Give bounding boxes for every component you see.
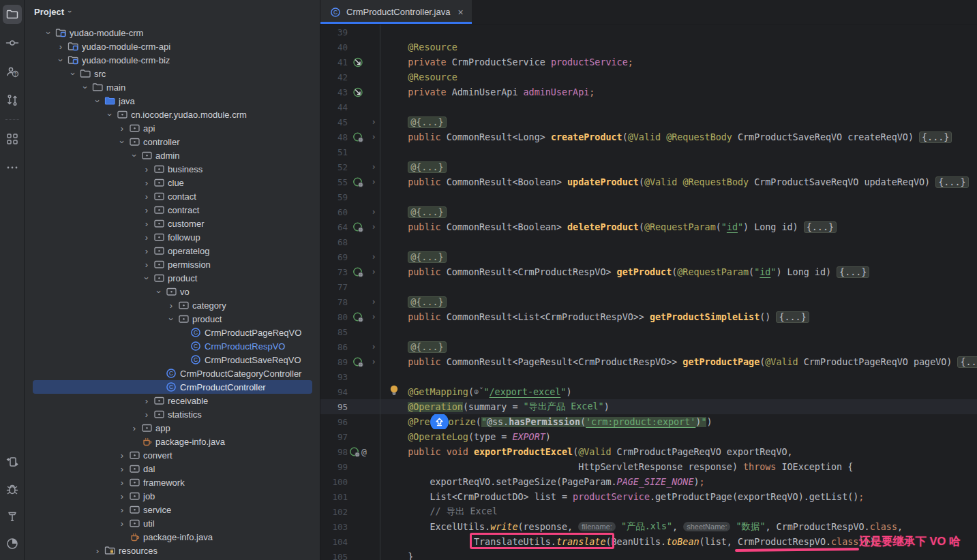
gutter[interactable]: 42 xyxy=(320,69,380,84)
tab-crmproductcontroller[interactable]: C CrmProductController.java × xyxy=(320,0,472,24)
tree-item-operatelog[interactable]: ›operatelog xyxy=(25,244,320,258)
gutter[interactable]: 89› xyxy=(320,354,380,369)
project-icon[interactable] xyxy=(3,5,22,24)
code-line-77[interactable]: 77 xyxy=(320,279,977,294)
fold-arrow-icon[interactable]: › xyxy=(368,312,379,322)
tree-item-framework[interactable]: ›framework xyxy=(25,476,320,489)
chevron-collapsed-icon[interactable]: › xyxy=(140,164,153,174)
fold-arrow-icon[interactable]: › xyxy=(368,117,379,127)
code-line-105[interactable]: 105 } xyxy=(320,549,977,560)
code-line-68[interactable]: 68 xyxy=(320,234,977,249)
code-line-99[interactable]: 99 HttpServletResponse response) throws … xyxy=(320,459,977,474)
chevron-collapsed-icon[interactable]: › xyxy=(140,260,153,270)
fold-arrow-icon[interactable]: › xyxy=(368,252,379,262)
fold-arrow-icon[interactable]: › xyxy=(368,162,379,172)
code-line-100[interactable]: 100 exportReqVO.setPageSize(PageParam.PA… xyxy=(320,474,977,489)
tree-item-service[interactable]: ›service xyxy=(25,503,320,516)
gutter[interactable]: 69› xyxy=(320,249,380,264)
tree-item-crmproductcontroller[interactable]: CCrmProductController xyxy=(25,380,320,394)
code-line-102[interactable]: 102 // 导出 Excel xyxy=(320,504,977,519)
chevron-collapsed-icon[interactable]: › xyxy=(140,409,153,420)
gutter[interactable]: 95 xyxy=(320,399,380,414)
services-icon[interactable] xyxy=(3,452,22,471)
gutter[interactable]: 41 xyxy=(320,55,380,69)
fold-arrow-icon[interactable]: › xyxy=(368,267,379,277)
chevron-collapsed-icon[interactable]: › xyxy=(140,396,153,406)
code-line-51[interactable]: 51 xyxy=(320,144,977,159)
gutter[interactable]: 98@ xyxy=(320,444,380,459)
tree-item-crmproductsavereqvo[interactable]: CCrmProductSaveReqVO xyxy=(25,353,320,367)
request-mapping-gutter-icon[interactable] xyxy=(348,131,368,143)
gutter[interactable]: 51 xyxy=(320,144,380,159)
gutter[interactable]: 40 xyxy=(320,40,380,55)
fold-arrow-icon[interactable]: › xyxy=(368,132,379,142)
gutter[interactable]: 43 xyxy=(320,84,380,99)
debug-icon[interactable] xyxy=(3,480,22,499)
editor-body[interactable]: 3940 @Resource41 private CrmProductServi… xyxy=(320,25,977,560)
chevron-expanded-icon[interactable]: › xyxy=(142,272,152,284)
tree-item-api[interactable]: ›api xyxy=(25,121,320,135)
chevron-collapsed-icon[interactable]: › xyxy=(140,219,153,229)
gutter[interactable]: 97 xyxy=(320,429,380,444)
gutter[interactable]: 60› xyxy=(320,204,380,219)
gutter[interactable]: 86› xyxy=(320,339,380,354)
code-line-45[interactable]: 45› @{...} xyxy=(320,114,977,129)
tree-item-statistics[interactable]: ›statistics xyxy=(25,407,320,421)
code-line-42[interactable]: 42 @Resource xyxy=(320,69,977,84)
gutter[interactable]: 39 xyxy=(320,25,380,40)
tree-item-business[interactable]: ›business xyxy=(25,162,320,176)
bean-gutter-icon[interactable] xyxy=(348,86,368,98)
gutter[interactable]: 94 xyxy=(320,384,380,399)
tree-item-yudao-module-crm-api[interactable]: ›yudao-module-crm-api xyxy=(25,40,320,53)
tree-item-java[interactable]: ›java xyxy=(25,94,320,108)
gutter[interactable]: 85 xyxy=(320,324,380,339)
gutter[interactable]: 99 xyxy=(320,459,380,474)
bean-gutter-icon[interactable] xyxy=(348,56,368,68)
tree-item-src[interactable]: ›src xyxy=(25,67,320,80)
tree-item-dal[interactable]: ›dal xyxy=(25,462,320,476)
gutter[interactable]: 101 xyxy=(320,489,380,504)
tree-item-controller[interactable]: ›controller xyxy=(25,135,320,149)
gutter[interactable]: 103 xyxy=(320,519,380,534)
chevron-collapsed-icon[interactable]: › xyxy=(140,205,153,215)
close-icon[interactable]: × xyxy=(457,7,463,18)
code-line-98[interactable]: 98@ public void exportProductExcel(@Vali… xyxy=(320,444,977,459)
tree-item-package-info-java[interactable]: package-info.java xyxy=(25,435,320,448)
chevron-expanded-icon[interactable]: › xyxy=(130,149,140,161)
chevron-expanded-icon[interactable]: › xyxy=(80,81,91,93)
tree-item-crmproductpagereqvo[interactable]: CCrmProductPageReqVO xyxy=(25,326,320,339)
chevron-expanded-icon[interactable]: › xyxy=(154,285,164,298)
users-help-icon[interactable]: ? xyxy=(3,62,22,81)
tree-item-product[interactable]: ›product xyxy=(25,271,320,285)
gutter[interactable]: 104 xyxy=(320,534,380,549)
more-tool-windows-icon[interactable] xyxy=(3,158,22,177)
code-line-52[interactable]: 52› @{...} xyxy=(320,159,977,174)
gutter[interactable]: 48› xyxy=(320,129,380,144)
tree-item-vo[interactable]: ›vo xyxy=(25,285,320,298)
chevron-expanded-icon[interactable]: › xyxy=(56,54,66,66)
chevron-collapsed-icon[interactable]: › xyxy=(116,505,128,515)
code-line-94[interactable]: 94 @GetMapping(⊕ˇ"/export-excel") xyxy=(320,384,977,399)
code-line-44[interactable]: 44 xyxy=(320,99,977,114)
chevron-collapsed-icon[interactable]: › xyxy=(55,42,67,52)
request-mapping-gutter-icon[interactable] xyxy=(348,221,368,233)
project-panel-header[interactable]: Project › xyxy=(25,0,320,23)
gutter[interactable]: 105 xyxy=(320,549,380,560)
code-line-93[interactable]: 93 xyxy=(320,369,977,384)
tree-item-permission[interactable]: ›permission xyxy=(25,258,320,271)
gutter[interactable]: 73› xyxy=(320,264,380,279)
code-line-55[interactable]: 55› public CommonResult<Boolean> updateP… xyxy=(320,174,977,189)
fold-arrow-icon[interactable]: › xyxy=(368,207,379,217)
chevron-collapsed-icon[interactable]: › xyxy=(140,191,153,202)
tree-item-convert[interactable]: ›convert xyxy=(25,448,320,462)
code-line-97[interactable]: 97 @OperateLog(type = EXPORT) xyxy=(320,429,977,444)
gutter[interactable]: 52› xyxy=(320,159,380,174)
chevron-collapsed-icon[interactable]: › xyxy=(165,300,177,311)
gutter[interactable]: 44 xyxy=(320,99,380,114)
gutter[interactable]: 80› xyxy=(320,309,380,324)
tree-item-receivable[interactable]: ›receivable xyxy=(25,394,320,407)
chevron-expanded-icon[interactable]: › xyxy=(93,95,103,107)
chevron-collapsed-icon[interactable]: › xyxy=(116,464,128,474)
chevron-collapsed-icon[interactable]: › xyxy=(91,546,104,556)
chevron-expanded-icon[interactable]: › xyxy=(105,108,115,121)
